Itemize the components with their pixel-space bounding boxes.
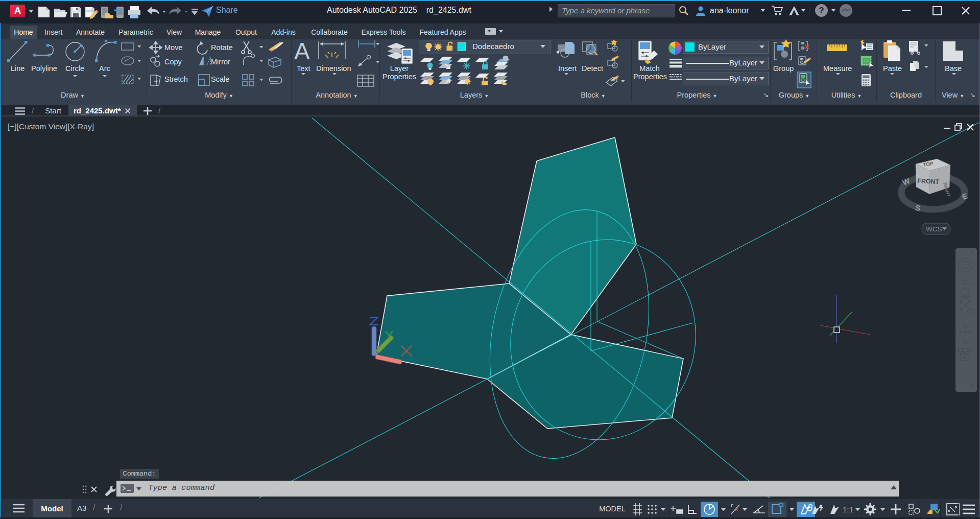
svg-text:WCS: WCS bbox=[926, 225, 942, 233]
svg-text:RIGHT: RIGHT bbox=[942, 182, 951, 198]
svg-text:FRONT: FRONT bbox=[917, 177, 940, 185]
svg-text:1:1: 1:1 bbox=[843, 505, 853, 514]
